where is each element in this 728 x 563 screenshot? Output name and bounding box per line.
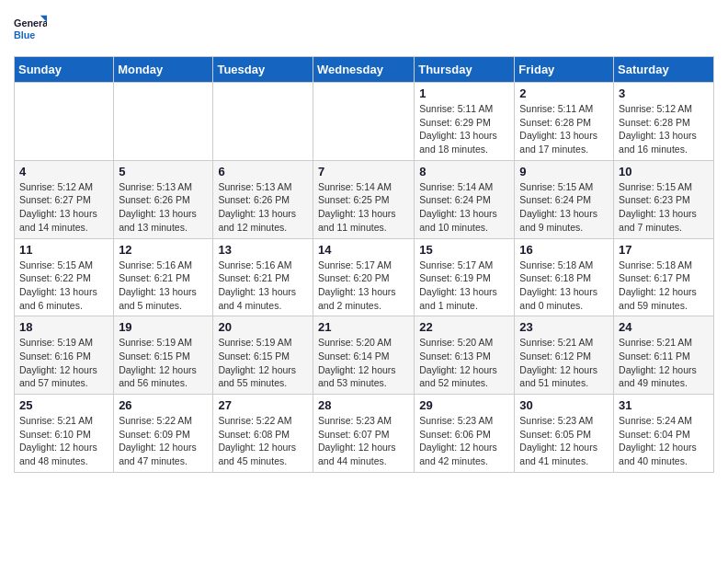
day-detail: Sunrise: 5:11 AM Sunset: 6:28 PM Dayligh… [519,102,609,156]
day-number: 7 [318,165,409,178]
header: General Blue [14,14,714,47]
calendar-cell: 11Sunrise: 5:15 AM Sunset: 6:22 PM Dayli… [15,238,114,316]
calendar-cell: 21Sunrise: 5:20 AM Sunset: 6:14 PM Dayli… [313,316,414,395]
calendar-cell: 1Sunrise: 5:11 AM Sunset: 6:29 PM Daylig… [415,83,515,161]
day-number: 26 [119,398,208,412]
calendar-cell: 2Sunrise: 5:11 AM Sunset: 6:28 PM Daylig… [515,83,614,161]
col-header-saturday: Saturday [614,57,714,83]
day-number: 12 [119,243,208,257]
day-number: 21 [318,320,409,334]
day-detail: Sunrise: 5:14 AM Sunset: 6:24 PM Dayligh… [419,180,509,235]
day-number: 23 [519,320,609,334]
day-number: 15 [419,243,509,257]
calendar-cell [213,83,313,161]
day-number: 20 [218,320,308,334]
calendar-cell: 22Sunrise: 5:20 AM Sunset: 6:13 PM Dayli… [415,316,515,395]
day-detail: Sunrise: 5:12 AM Sunset: 6:27 PM Dayligh… [19,180,108,235]
day-detail: Sunrise: 5:14 AM Sunset: 6:25 PM Dayligh… [318,180,409,235]
week-row-2: 4Sunrise: 5:12 AM Sunset: 6:27 PM Daylig… [15,160,714,238]
day-detail: Sunrise: 5:12 AM Sunset: 6:28 PM Dayligh… [619,102,709,156]
day-number: 16 [519,243,609,257]
day-number: 11 [19,243,108,257]
logo-icon: General Blue [14,14,47,47]
calendar-cell: 29Sunrise: 5:23 AM Sunset: 6:06 PM Dayli… [415,395,515,473]
day-detail: Sunrise: 5:15 AM Sunset: 6:23 PM Dayligh… [619,180,709,235]
calendar-cell: 28Sunrise: 5:23 AM Sunset: 6:07 PM Dayli… [313,395,414,473]
day-number: 6 [218,165,308,178]
calendar-cell: 18Sunrise: 5:19 AM Sunset: 6:16 PM Dayli… [15,316,114,395]
day-detail: Sunrise: 5:23 AM Sunset: 6:07 PM Dayligh… [318,414,409,468]
day-detail: Sunrise: 5:22 AM Sunset: 6:09 PM Dayligh… [119,414,208,468]
day-number: 8 [419,165,509,178]
col-header-monday: Monday [114,57,213,83]
calendar-cell: 4Sunrise: 5:12 AM Sunset: 6:27 PM Daylig… [15,160,114,238]
day-number: 4 [19,165,108,178]
day-number: 17 [619,243,709,257]
day-number: 22 [419,320,509,334]
col-header-tuesday: Tuesday [213,57,313,83]
day-detail: Sunrise: 5:15 AM Sunset: 6:22 PM Dayligh… [19,259,108,313]
day-detail: Sunrise: 5:19 AM Sunset: 6:16 PM Dayligh… [19,336,108,390]
day-number: 10 [619,165,709,178]
calendar-cell: 23Sunrise: 5:21 AM Sunset: 6:12 PM Dayli… [515,316,614,395]
day-detail: Sunrise: 5:23 AM Sunset: 6:06 PM Dayligh… [419,414,509,468]
week-row-1: 1Sunrise: 5:11 AM Sunset: 6:29 PM Daylig… [15,83,714,161]
day-detail: Sunrise: 5:18 AM Sunset: 6:18 PM Dayligh… [519,259,609,313]
calendar-cell: 14Sunrise: 5:17 AM Sunset: 6:20 PM Dayli… [313,238,414,316]
day-number: 31 [619,398,709,412]
day-detail: Sunrise: 5:24 AM Sunset: 6:04 PM Dayligh… [619,414,709,468]
day-detail: Sunrise: 5:20 AM Sunset: 6:14 PM Dayligh… [318,336,409,390]
calendar-cell: 30Sunrise: 5:23 AM Sunset: 6:05 PM Dayli… [515,395,614,473]
day-number: 5 [119,165,208,178]
day-number: 19 [119,320,208,334]
calendar-cell: 10Sunrise: 5:15 AM Sunset: 6:23 PM Dayli… [614,160,714,238]
svg-text:General: General [14,17,47,29]
day-detail: Sunrise: 5:16 AM Sunset: 6:21 PM Dayligh… [218,259,308,313]
calendar-cell: 12Sunrise: 5:16 AM Sunset: 6:21 PM Dayli… [114,238,213,316]
week-row-4: 18Sunrise: 5:19 AM Sunset: 6:16 PM Dayli… [15,316,714,395]
calendar-cell: 6Sunrise: 5:13 AM Sunset: 6:26 PM Daylig… [213,160,313,238]
col-header-wednesday: Wednesday [313,57,414,83]
calendar-cell: 19Sunrise: 5:19 AM Sunset: 6:15 PM Dayli… [114,316,213,395]
day-detail: Sunrise: 5:16 AM Sunset: 6:21 PM Dayligh… [119,259,208,313]
week-row-3: 11Sunrise: 5:15 AM Sunset: 6:22 PM Dayli… [15,238,714,316]
day-detail: Sunrise: 5:21 AM Sunset: 6:11 PM Dayligh… [619,336,709,390]
day-number: 29 [419,398,509,412]
calendar-cell: 3Sunrise: 5:12 AM Sunset: 6:28 PM Daylig… [614,83,714,161]
col-header-thursday: Thursday [415,57,515,83]
day-detail: Sunrise: 5:11 AM Sunset: 6:29 PM Dayligh… [419,102,509,156]
day-detail: Sunrise: 5:13 AM Sunset: 6:26 PM Dayligh… [218,180,308,235]
day-detail: Sunrise: 5:17 AM Sunset: 6:19 PM Dayligh… [419,259,509,313]
calendar-cell: 16Sunrise: 5:18 AM Sunset: 6:18 PM Dayli… [515,238,614,316]
day-number: 3 [619,86,709,100]
calendar-cell: 17Sunrise: 5:18 AM Sunset: 6:17 PM Dayli… [614,238,714,316]
calendar-cell: 9Sunrise: 5:15 AM Sunset: 6:24 PM Daylig… [515,160,614,238]
day-detail: Sunrise: 5:15 AM Sunset: 6:24 PM Dayligh… [519,180,609,235]
calendar-cell: 31Sunrise: 5:24 AM Sunset: 6:04 PM Dayli… [614,395,714,473]
col-header-friday: Friday [515,57,614,83]
calendar-cell: 15Sunrise: 5:17 AM Sunset: 6:19 PM Dayli… [415,238,515,316]
calendar-cell: 25Sunrise: 5:21 AM Sunset: 6:10 PM Dayli… [15,395,114,473]
calendar-cell [313,83,414,161]
calendar-cell: 8Sunrise: 5:14 AM Sunset: 6:24 PM Daylig… [415,160,515,238]
day-number: 9 [519,165,609,178]
day-detail: Sunrise: 5:18 AM Sunset: 6:17 PM Dayligh… [619,259,709,313]
calendar-cell: 27Sunrise: 5:22 AM Sunset: 6:08 PM Dayli… [213,395,313,473]
day-number: 14 [318,243,409,257]
day-number: 2 [519,86,609,100]
logo: General Blue [14,14,47,47]
day-number: 30 [519,398,609,412]
calendar-cell [15,83,114,161]
day-number: 1 [419,86,509,100]
calendar-cell: 24Sunrise: 5:21 AM Sunset: 6:11 PM Dayli… [614,316,714,395]
calendar-cell [114,83,213,161]
day-number: 27 [218,398,308,412]
day-detail: Sunrise: 5:17 AM Sunset: 6:20 PM Dayligh… [318,259,409,313]
day-detail: Sunrise: 5:22 AM Sunset: 6:08 PM Dayligh… [218,414,308,468]
col-header-sunday: Sunday [15,57,114,83]
week-row-5: 25Sunrise: 5:21 AM Sunset: 6:10 PM Dayli… [15,395,714,473]
day-detail: Sunrise: 5:20 AM Sunset: 6:13 PM Dayligh… [419,336,509,390]
day-detail: Sunrise: 5:19 AM Sunset: 6:15 PM Dayligh… [119,336,208,390]
day-detail: Sunrise: 5:21 AM Sunset: 6:12 PM Dayligh… [519,336,609,390]
day-number: 28 [318,398,409,412]
